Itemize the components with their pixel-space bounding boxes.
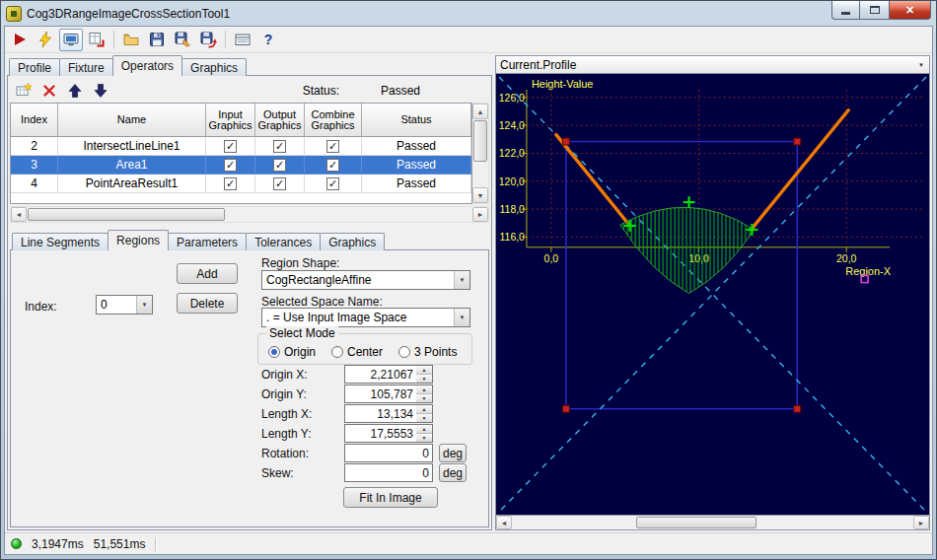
open-button[interactable] [119,29,143,51]
combine-graphics-checkbox[interactable]: ✓ [326,177,339,190]
combo-value: CogRectangleAffine [262,273,454,287]
run-once-button[interactable] [34,29,57,51]
combine-graphics-checkbox[interactable]: ✓ [326,140,339,153]
move-down-button[interactable] [89,79,112,102]
grid-horizontal-scrollbar[interactable]: ◄ ► [10,206,489,223]
cell-combine-graphics: ✓ [305,137,362,156]
origin-x-input[interactable] [344,365,416,384]
spin-up-icon[interactable]: ▲ [416,425,432,434]
chevron-down-icon[interactable]: ▼ [454,271,469,289]
spin-down-icon[interactable]: ▼ [416,414,432,422]
scroll-left-button[interactable]: ◄ [11,207,27,222]
fit-in-image-button[interactable]: Fit In Image [343,487,438,508]
scroll-down-button[interactable]: ▼ [472,187,488,203]
space-name-combo[interactable]: . = Use Input Image Space ▼ [261,308,470,327]
region-shape-combo[interactable]: CogRectangleAffine ▼ [261,270,470,290]
column-header-combine-graphics[interactable]: Combine Graphics [305,104,362,137]
scroll-track[interactable] [27,207,472,222]
output-graphics-checkbox[interactable]: ✓ [273,177,286,190]
delete-x-icon [40,82,58,100]
spin-up-icon[interactable]: ▲ [416,385,432,394]
area-region-hatched[interactable] [620,207,755,293]
titlebar[interactable]: Cog3DRangeImageCrossSectionTool1 × [4,1,933,26]
profile-display[interactable]: Height-Value 126,0 124,0 122,0 120,0 118… [495,74,930,515]
import-results-button[interactable] [196,29,220,51]
skew-input[interactable] [344,463,433,482]
table-row[interactable]: 4 PointAreaResult1 ✓ ✓ ✓ Passed [11,175,471,193]
column-header-name[interactable]: Name [58,104,206,137]
maximize-button[interactable] [860,1,889,20]
table-row[interactable]: 2 IntersectLineLine1 ✓ ✓ ✓ Passed [11,137,471,156]
origin-y-input[interactable] [344,385,416,403]
move-up-button[interactable] [63,79,87,102]
check-icon: ✓ [275,178,284,189]
rotation-input[interactable] [344,444,433,462]
tab-fixture[interactable]: Fixture [59,58,113,76]
mode-center-radio[interactable]: Center [331,345,383,359]
run-button[interactable] [8,29,32,51]
tool-settings-button[interactable] [231,29,254,51]
region-index-combo[interactable]: 0 ▼ [96,295,153,315]
scroll-track[interactable] [472,119,488,187]
tab-operators[interactable]: Operators [112,55,182,76]
mode-3points-radio[interactable]: 3 Points [398,345,457,359]
skew-deg-button[interactable]: deg [439,463,467,482]
delete-region-button[interactable]: Delete [177,293,238,314]
spin-down-icon[interactable]: ▼ [416,394,432,402]
add-region-button[interactable]: Add [177,263,238,284]
tab-profile[interactable]: Profile [9,58,60,76]
spin-up-icon[interactable]: ▲ [416,405,432,414]
chevron-down-icon[interactable]: ▼ [454,309,469,326]
save-as-button[interactable] [171,29,194,51]
minimize-icon [841,12,850,15]
tab-tolerances[interactable]: Tolerances [246,233,321,250]
cell-name: IntersectLineLine1 [58,137,206,156]
scroll-left-button[interactable]: ◄ [496,516,512,529]
tab-line-segments[interactable]: Line Segments [12,233,108,250]
table-row[interactable]: 3 Area1 ✓ ✓ ✓ Passed [11,156,471,175]
close-button[interactable]: × [889,1,931,20]
mode-origin-radio[interactable]: Origin [268,345,316,359]
save-button[interactable] [145,29,169,51]
column-header-index[interactable]: Index [11,104,58,137]
scroll-track[interactable] [512,516,913,529]
scroll-up-button[interactable]: ▲ [472,104,488,119]
output-graphics-checkbox[interactable]: ✓ [273,140,286,153]
result-window-button[interactable] [85,29,108,51]
column-header-output-graphics[interactable]: Output Graphics [255,104,305,137]
delete-operator-button[interactable] [37,79,61,102]
input-graphics-checkbox[interactable]: ✓ [224,140,237,153]
tab-graphics[interactable]: Graphics [181,58,247,76]
scroll-thumb[interactable] [473,120,487,162]
add-operator-button[interactable] [12,79,36,102]
input-graphics-checkbox[interactable]: ✓ [224,159,237,172]
length-x-input[interactable] [344,404,416,423]
spin-down-icon[interactable]: ▼ [416,434,432,442]
combine-graphics-checkbox[interactable]: ✓ [326,159,339,172]
grid-vertical-scrollbar[interactable]: ▲ ▼ [472,103,489,204]
length-y-input[interactable] [344,424,416,443]
scroll-thumb[interactable] [28,208,225,221]
scroll-right-button[interactable]: ► [913,516,929,529]
input-graphics-checkbox[interactable]: ✓ [224,177,237,190]
tab-parameters[interactable]: Parameters [168,233,247,250]
profile-chart[interactable]: Height-Value 126,0 124,0 122,0 120,0 118… [496,74,929,515]
scroll-right-button[interactable]: ► [472,207,488,222]
scroll-thumb[interactable] [636,517,757,528]
rotation-deg-button[interactable]: deg [439,444,467,462]
output-graphics-checkbox[interactable]: ✓ [273,159,286,172]
tab-graphics-sub[interactable]: Graphics [320,233,385,250]
spin-up-icon[interactable]: ▲ [416,366,432,375]
column-header-status[interactable]: Status [362,104,471,137]
tab-regions[interactable]: Regions [108,230,169,250]
point-marker[interactable] [861,276,868,283]
column-header-input-graphics[interactable]: Input Graphics [206,104,255,137]
chevron-down-icon[interactable]: ▼ [913,56,929,73]
display-source-combo[interactable]: Current.Profile ▼ [495,55,930,74]
display-toggle-button[interactable] [59,29,83,51]
minimize-button[interactable] [831,1,860,20]
chevron-down-icon[interactable]: ▼ [136,296,152,314]
help-button[interactable]: ? [256,29,280,51]
spin-down-icon[interactable]: ▼ [416,375,432,383]
image-horizontal-scrollbar[interactable]: ◄ ► [495,515,930,530]
